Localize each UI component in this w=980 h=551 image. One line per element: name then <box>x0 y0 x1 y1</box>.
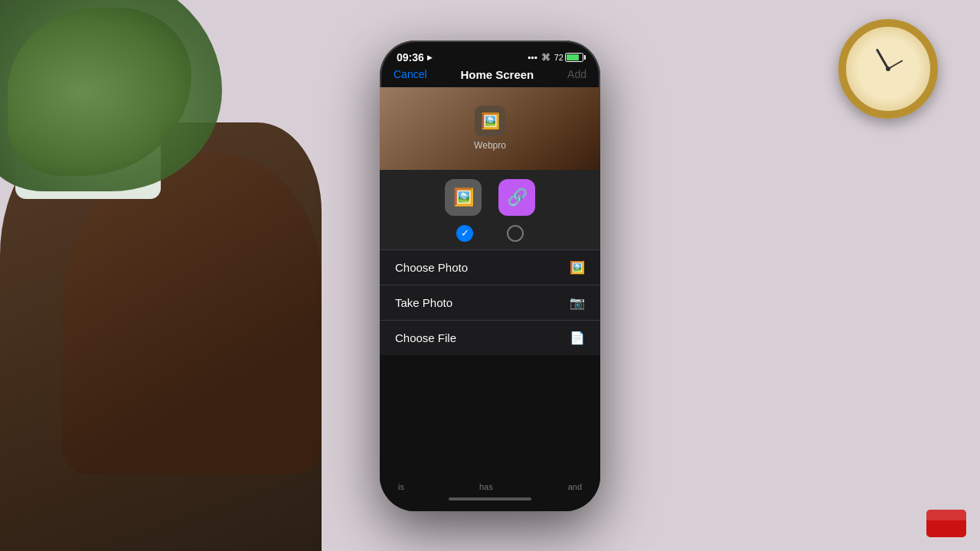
corner-decoration <box>926 510 966 537</box>
time-display: 09:36 <box>397 51 424 64</box>
battery-level-label: 72 <box>554 53 564 62</box>
nav-bar: Cancel Home Screen Add <box>380 67 600 87</box>
battery-container: 72 <box>554 53 583 62</box>
preview-app-name: Webpro <box>474 140 506 151</box>
menu-item-choose-file[interactable]: Choose File 📄 <box>380 321 600 355</box>
add-button[interactable]: Add <box>567 68 586 80</box>
preview-area: 🖼️ Webpro <box>380 87 600 170</box>
preview-app-icon: 🖼️ <box>475 106 505 136</box>
choose-file-label: Choose File <box>395 331 456 344</box>
radio-selected[interactable]: ✓ <box>456 225 473 242</box>
keyboard-hint-left: is <box>398 482 404 491</box>
bg-clock <box>838 19 938 119</box>
status-time: 09:36 ▶ <box>397 51 433 64</box>
file-icon: 📄 <box>570 331 585 345</box>
keyboard-hint: is has and <box>380 479 600 493</box>
photo-library-icon: 🖼️ <box>570 260 585 275</box>
dark-area <box>380 355 600 479</box>
keyboard-hint-right: and <box>568 482 582 491</box>
link-icon-option[interactable]: 🔗 <box>498 179 535 216</box>
location-arrow-icon: ▶ <box>427 54 433 61</box>
battery-icon <box>565 53 583 62</box>
choose-photo-label: Choose Photo <box>395 261 468 274</box>
icon-type-selector: 🖼️ 🔗 ✓ <box>380 170 600 250</box>
action-menu: Choose Photo 🖼️ Take Photo 📷 Choose File… <box>380 250 600 355</box>
camera-icon: 📷 <box>570 295 585 310</box>
photo-icon-option[interactable]: 🖼️ <box>445 179 482 216</box>
radio-unselected[interactable] <box>507 225 524 242</box>
battery-fill <box>567 54 579 60</box>
status-icons: ▪▪▪ ⌘ 72 <box>528 52 583 63</box>
home-bar <box>449 497 531 500</box>
home-indicator <box>380 493 600 511</box>
checkmark-icon: ✓ <box>461 227 469 239</box>
battery-tip <box>584 55 586 60</box>
phone-frame: 09:36 ▶ ▪▪▪ ⌘ 72 Cancel Home Screen Add … <box>380 41 600 511</box>
menu-item-choose-photo[interactable]: Choose Photo 🖼️ <box>380 250 600 285</box>
nav-title: Home Screen <box>460 68 534 81</box>
cancel-button[interactable]: Cancel <box>394 68 427 80</box>
keyboard-hint-center: has <box>479 482 493 491</box>
radio-row: ✓ <box>456 225 524 242</box>
bg-hand-fingers <box>61 153 322 474</box>
signal-icon: ▪▪▪ <box>528 52 537 63</box>
status-bar: 09:36 ▶ ▪▪▪ ⌘ 72 <box>380 41 600 67</box>
wifi-icon: ⌘ <box>541 52 550 63</box>
take-photo-label: Take Photo <box>395 296 452 309</box>
menu-item-take-photo[interactable]: Take Photo 📷 <box>380 285 600 321</box>
icon-options-row: 🖼️ 🔗 <box>445 179 535 216</box>
